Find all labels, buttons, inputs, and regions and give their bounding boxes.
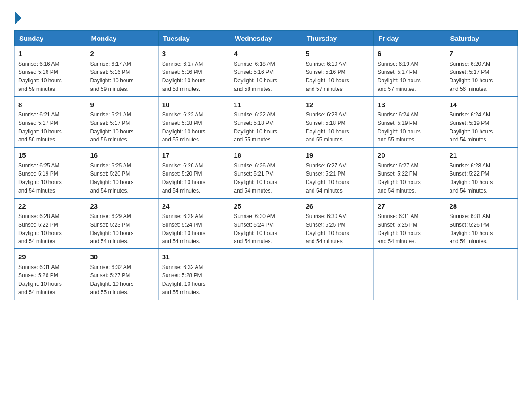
calendar-cell: 26Sunrise: 6:30 AMSunset: 5:25 PMDayligh… (302, 198, 373, 249)
calendar-cell: 2Sunrise: 6:17 AMSunset: 5:16 PMDaylight… (86, 46, 158, 97)
day-info: Sunrise: 6:17 AMSunset: 5:16 PMDaylight:… (162, 61, 206, 92)
calendar-cell: 12Sunrise: 6:23 AMSunset: 5:18 PMDayligh… (302, 97, 373, 148)
day-number: 14 (450, 100, 514, 110)
calendar-week-2: 8Sunrise: 6:21 AMSunset: 5:17 PMDaylight… (15, 97, 518, 148)
header-sunday: Sunday (15, 31, 86, 46)
day-info: Sunrise: 6:23 AMSunset: 5:18 PMDaylight:… (306, 111, 349, 143)
day-number: 8 (18, 100, 82, 110)
day-number: 19 (306, 150, 370, 161)
calendar-cell: 7Sunrise: 6:20 AMSunset: 5:17 PMDaylight… (446, 46, 517, 97)
day-info: Sunrise: 6:31 AMSunset: 5:25 PMDaylight:… (378, 213, 421, 244)
day-info: Sunrise: 6:25 AMSunset: 5:19 PMDaylight:… (18, 163, 62, 194)
day-number: 3 (162, 49, 226, 59)
day-info: Sunrise: 6:22 AMSunset: 5:18 PMDaylight:… (162, 111, 206, 143)
header-wednesday: Wednesday (230, 31, 302, 46)
day-info: Sunrise: 6:22 AMSunset: 5:18 PMDaylight:… (234, 111, 277, 143)
day-info: Sunrise: 6:28 AMSunset: 5:22 PMDaylight:… (450, 163, 493, 194)
calendar-table: SundayMondayTuesdayWednesdayThursdayFrid… (14, 30, 518, 300)
header-tuesday: Tuesday (158, 31, 230, 46)
calendar-cell (374, 249, 446, 300)
calendar-cell: 19Sunrise: 6:27 AMSunset: 5:21 PMDayligh… (302, 147, 373, 198)
day-number: 21 (450, 150, 514, 161)
calendar-cell: 24Sunrise: 6:29 AMSunset: 5:24 PMDayligh… (158, 198, 230, 249)
day-info: Sunrise: 6:25 AMSunset: 5:20 PMDaylight:… (90, 163, 133, 194)
day-number: 29 (18, 252, 82, 262)
day-number: 5 (306, 49, 370, 59)
calendar-body: 1Sunrise: 6:16 AMSunset: 5:16 PMDaylight… (15, 46, 518, 300)
logo (14, 11, 21, 22)
day-number: 16 (90, 150, 154, 161)
day-number: 22 (18, 201, 82, 212)
day-number: 28 (450, 201, 514, 212)
day-number: 26 (306, 201, 370, 212)
calendar-cell: 5Sunrise: 6:19 AMSunset: 5:16 PMDaylight… (302, 46, 373, 97)
calendar-cell: 20Sunrise: 6:27 AMSunset: 5:22 PMDayligh… (374, 147, 446, 198)
calendar-cell: 23Sunrise: 6:29 AMSunset: 5:23 PMDayligh… (86, 198, 158, 249)
page-header (14, 11, 518, 22)
day-info: Sunrise: 6:26 AMSunset: 5:20 PMDaylight:… (162, 163, 206, 194)
day-info: Sunrise: 6:21 AMSunset: 5:17 PMDaylight:… (18, 111, 62, 143)
day-number: 1 (18, 49, 82, 59)
day-info: Sunrise: 6:31 AMSunset: 5:26 PMDaylight:… (18, 264, 62, 295)
day-number: 20 (378, 150, 442, 161)
day-number: 2 (90, 49, 154, 59)
day-info: Sunrise: 6:29 AMSunset: 5:23 PMDaylight:… (90, 213, 133, 244)
day-number: 17 (162, 150, 226, 161)
day-number: 12 (306, 100, 370, 110)
day-info: Sunrise: 6:27 AMSunset: 5:22 PMDaylight:… (378, 163, 421, 194)
day-info: Sunrise: 6:29 AMSunset: 5:24 PMDaylight:… (162, 213, 206, 244)
day-info: Sunrise: 6:26 AMSunset: 5:21 PMDaylight:… (234, 163, 277, 194)
calendar-cell: 27Sunrise: 6:31 AMSunset: 5:25 PMDayligh… (374, 198, 446, 249)
day-info: Sunrise: 6:30 AMSunset: 5:25 PMDaylight:… (306, 213, 349, 244)
calendar-week-3: 15Sunrise: 6:25 AMSunset: 5:19 PMDayligh… (15, 147, 518, 198)
day-number: 9 (90, 100, 154, 110)
header-friday: Friday (374, 31, 446, 46)
calendar-cell (302, 249, 373, 300)
day-number: 15 (18, 150, 82, 161)
day-number: 27 (378, 201, 442, 212)
header-thursday: Thursday (302, 31, 373, 46)
calendar-header: SundayMondayTuesdayWednesdayThursdayFrid… (15, 31, 518, 46)
day-number: 13 (378, 100, 442, 110)
calendar-cell: 1Sunrise: 6:16 AMSunset: 5:16 PMDaylight… (15, 46, 86, 97)
day-info: Sunrise: 6:32 AMSunset: 5:28 PMDaylight:… (162, 264, 206, 295)
calendar-cell: 10Sunrise: 6:22 AMSunset: 5:18 PMDayligh… (158, 97, 230, 148)
day-info: Sunrise: 6:27 AMSunset: 5:21 PMDaylight:… (306, 163, 349, 194)
calendar-cell (446, 249, 517, 300)
day-info: Sunrise: 6:19 AMSunset: 5:16 PMDaylight:… (306, 61, 349, 92)
calendar-cell: 28Sunrise: 6:31 AMSunset: 5:26 PMDayligh… (446, 198, 517, 249)
calendar-cell: 29Sunrise: 6:31 AMSunset: 5:26 PMDayligh… (15, 249, 86, 300)
calendar-cell: 30Sunrise: 6:32 AMSunset: 5:27 PMDayligh… (86, 249, 158, 300)
calendar-cell: 15Sunrise: 6:25 AMSunset: 5:19 PMDayligh… (15, 147, 86, 198)
day-number: 25 (234, 201, 298, 212)
day-info: Sunrise: 6:17 AMSunset: 5:16 PMDaylight:… (90, 61, 133, 92)
day-info: Sunrise: 6:31 AMSunset: 5:26 PMDaylight:… (450, 213, 493, 244)
day-info: Sunrise: 6:18 AMSunset: 5:16 PMDaylight:… (234, 61, 277, 92)
day-info: Sunrise: 6:24 AMSunset: 5:19 PMDaylight:… (450, 111, 493, 143)
day-info: Sunrise: 6:21 AMSunset: 5:17 PMDaylight:… (90, 111, 133, 143)
day-number: 4 (234, 49, 298, 59)
calendar-cell: 13Sunrise: 6:24 AMSunset: 5:19 PMDayligh… (374, 97, 446, 148)
day-info: Sunrise: 6:19 AMSunset: 5:17 PMDaylight:… (378, 61, 421, 92)
calendar-cell: 3Sunrise: 6:17 AMSunset: 5:16 PMDaylight… (158, 46, 230, 97)
calendar-week-1: 1Sunrise: 6:16 AMSunset: 5:16 PMDaylight… (15, 46, 518, 97)
calendar-cell (230, 249, 302, 300)
calendar-week-5: 29Sunrise: 6:31 AMSunset: 5:26 PMDayligh… (15, 249, 518, 300)
calendar-cell: 31Sunrise: 6:32 AMSunset: 5:28 PMDayligh… (158, 249, 230, 300)
calendar-cell: 14Sunrise: 6:24 AMSunset: 5:19 PMDayligh… (446, 97, 517, 148)
calendar-cell: 21Sunrise: 6:28 AMSunset: 5:22 PMDayligh… (446, 147, 517, 198)
day-info: Sunrise: 6:30 AMSunset: 5:24 PMDaylight:… (234, 213, 277, 244)
day-number: 10 (162, 100, 226, 110)
calendar-cell: 22Sunrise: 6:28 AMSunset: 5:22 PMDayligh… (15, 198, 86, 249)
calendar-cell: 8Sunrise: 6:21 AMSunset: 5:17 PMDaylight… (15, 97, 86, 148)
calendar-cell: 9Sunrise: 6:21 AMSunset: 5:17 PMDaylight… (86, 97, 158, 148)
calendar-cell: 11Sunrise: 6:22 AMSunset: 5:18 PMDayligh… (230, 97, 302, 148)
day-number: 7 (450, 49, 514, 59)
day-number: 6 (378, 49, 442, 59)
logo-triangle-icon (15, 12, 21, 24)
calendar-week-4: 22Sunrise: 6:28 AMSunset: 5:22 PMDayligh… (15, 198, 518, 249)
day-number: 30 (90, 252, 154, 262)
day-number: 24 (162, 201, 226, 212)
calendar-cell: 16Sunrise: 6:25 AMSunset: 5:20 PMDayligh… (86, 147, 158, 198)
calendar-cell: 4Sunrise: 6:18 AMSunset: 5:16 PMDaylight… (230, 46, 302, 97)
